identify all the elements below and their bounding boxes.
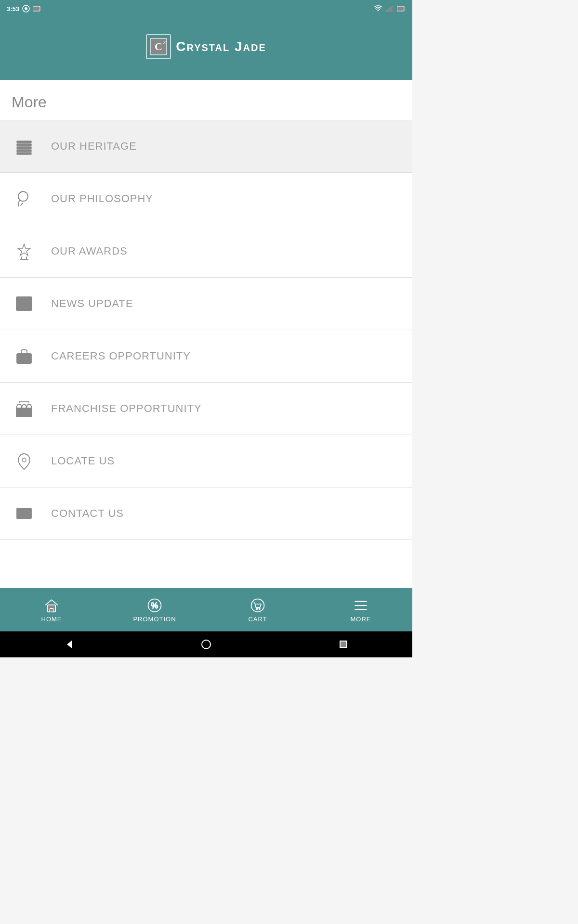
circle-icon <box>22 5 30 13</box>
back-button[interactable] <box>59 635 79 654</box>
careers-label: CAREERS OPPORTUNITY <box>51 350 191 362</box>
home-button[interactable] <box>197 635 216 654</box>
svg-rect-26 <box>16 297 32 310</box>
logo-icon: C <box>149 37 168 56</box>
nav-more-label: MORE <box>351 616 371 623</box>
locate-label: LOCATE US <box>51 455 115 467</box>
svg-marker-50 <box>67 641 72 648</box>
nav-promotion[interactable]: % PROMOTION <box>103 588 206 631</box>
heritage-label: OUR HERITAGE <box>51 140 137 153</box>
awards-label: OUR AWARDS <box>51 245 128 257</box>
brand-name: Crystal Jade <box>176 39 266 54</box>
battery-icon <box>33 6 41 12</box>
contact-label: CONTACT US <box>51 507 124 520</box>
nav-more[interactable]: MORE <box>309 588 412 631</box>
signal-icon <box>385 5 394 12</box>
svg-rect-19 <box>17 144 31 146</box>
svg-rect-6 <box>387 9 389 12</box>
svg-point-44 <box>251 599 264 612</box>
wifi-icon <box>374 5 382 12</box>
more-icon <box>353 597 369 614</box>
svg-point-51 <box>202 640 210 649</box>
menu-item-awards[interactable]: OUR AWARDS <box>0 225 412 278</box>
logo: C Crystal Jade <box>146 34 266 59</box>
svg-rect-41 <box>50 608 53 612</box>
menu-item-careers[interactable]: CAREERS OPPORTUNITY <box>0 330 412 383</box>
svg-rect-10 <box>397 7 403 11</box>
svg-rect-37 <box>22 411 26 417</box>
philosophy-icon <box>12 186 37 211</box>
svg-rect-20 <box>17 141 31 143</box>
svg-rect-7 <box>389 7 391 12</box>
status-bar: 3:53 <box>0 0 412 17</box>
svg-rect-5 <box>385 10 387 12</box>
menu-item-franchise[interactable]: FRANCHISE OPPORTUNITY <box>0 383 412 435</box>
news-icon <box>12 291 37 316</box>
nav-home[interactable]: HOME <box>0 588 103 631</box>
svg-marker-22 <box>18 244 30 256</box>
svg-rect-18 <box>17 153 31 154</box>
nav-cart[interactable]: CART <box>206 588 309 631</box>
svg-rect-17 <box>17 150 31 152</box>
svg-point-38 <box>22 458 26 462</box>
app-header: C Crystal Jade <box>0 17 412 80</box>
promotion-icon: % <box>146 597 163 614</box>
careers-icon <box>12 344 37 369</box>
status-icons <box>374 5 406 12</box>
logo-box: C <box>146 34 171 59</box>
battery-icon-right <box>397 6 406 12</box>
svg-text:C: C <box>155 40 162 52</box>
svg-rect-8 <box>391 6 393 12</box>
philosophy-label: OUR PHILOSOPHY <box>51 192 153 205</box>
locate-icon <box>12 449 37 474</box>
menu-item-philosophy[interactable]: OUR PHILOSOPHY <box>0 173 412 225</box>
svg-rect-16 <box>17 147 31 149</box>
news-label: NEWS UPDATE <box>51 297 133 310</box>
svg-rect-3 <box>33 7 39 11</box>
android-nav <box>0 631 412 657</box>
contact-icon <box>12 501 37 526</box>
menu-item-heritage[interactable]: svg rect { fill: #888; } OUR HERITAGE <box>0 120 412 173</box>
svg-point-1 <box>25 7 27 10</box>
menu-item-locate[interactable]: LOCATE US <box>0 435 412 488</box>
recents-button[interactable] <box>334 635 353 654</box>
menu-list: svg rect { fill: #888; } OUR HERITAGE OU… <box>0 120 412 588</box>
svg-rect-4 <box>40 8 41 10</box>
svg-rect-11 <box>405 8 406 10</box>
svg-text:%: % <box>151 601 158 610</box>
page-title-area: More <box>0 80 412 120</box>
svg-point-46 <box>259 608 260 609</box>
svg-rect-27 <box>18 299 23 303</box>
heritage-icon: svg rect { fill: #888; } <box>12 134 37 159</box>
menu-item-contact[interactable]: CONTACT US <box>0 488 412 540</box>
menu-item-news[interactable]: NEWS UPDATE <box>0 278 412 330</box>
awards-icon <box>12 239 37 264</box>
svg-rect-34 <box>23 356 26 359</box>
nav-home-label: HOME <box>41 616 62 623</box>
time-display: 3:53 <box>7 5 19 13</box>
svg-point-45 <box>256 608 258 609</box>
nav-cart-label: CART <box>248 616 267 623</box>
status-time: 3:53 <box>7 5 41 13</box>
svg-point-21 <box>18 192 28 201</box>
nav-promotion-label: PROMOTION <box>133 616 176 623</box>
franchise-label: FRANCHISE OPPORTUNITY <box>51 402 202 415</box>
franchise-icon <box>12 396 37 421</box>
page-title: More <box>12 93 401 111</box>
cart-icon <box>250 597 266 614</box>
bottom-nav: HOME % PROMOTION CART MORE <box>0 588 412 631</box>
svg-rect-52 <box>340 641 347 648</box>
home-icon <box>43 597 60 614</box>
